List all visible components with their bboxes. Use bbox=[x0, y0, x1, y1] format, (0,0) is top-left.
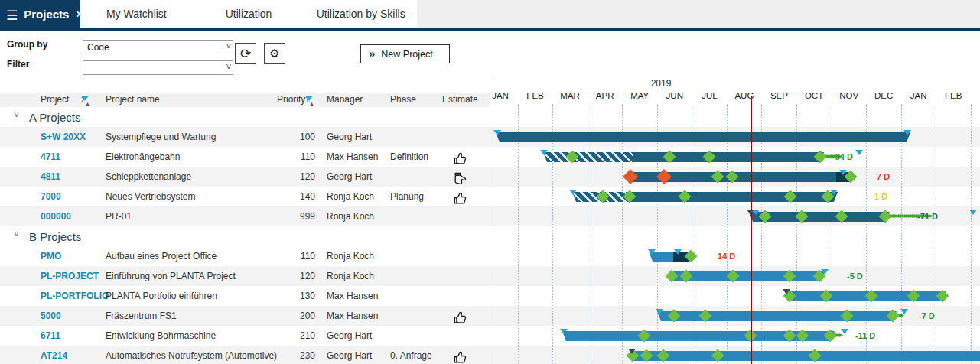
close-tab-icon[interactable]: ✕ bbox=[75, 8, 83, 23]
project-name: Einführung von PLANTA Project bbox=[106, 271, 236, 281]
schedule-delta-label: -34 D bbox=[832, 152, 853, 161]
new-project-button[interactable]: » New Project bbox=[360, 44, 450, 63]
group-label: A Projects bbox=[29, 111, 81, 124]
thumbs-up-icon[interactable] bbox=[453, 191, 467, 206]
manager-name: Ronja Koch bbox=[327, 191, 374, 202]
priority-value: 120 bbox=[260, 171, 315, 182]
table-row[interactable]: 6711Entwicklung Bohrmaschine210Georg Har… bbox=[0, 326, 490, 346]
group-row[interactable]: ˅A Projects bbox=[0, 107, 490, 127]
table-row[interactable]: PMOAufbau eines Project Office110Ronja K… bbox=[0, 246, 490, 266]
project-code-link[interactable]: 4811 bbox=[41, 171, 60, 182]
thumbs-up-icon[interactable] bbox=[453, 350, 467, 364]
date-marker-triangle[interactable] bbox=[821, 269, 829, 275]
col-phase[interactable]: Phase bbox=[390, 94, 416, 105]
group-row[interactable]: ˅B Projects bbox=[0, 226, 490, 246]
gantt-bar[interactable] bbox=[630, 351, 980, 361]
refresh-button[interactable]: ⟳ bbox=[235, 43, 256, 64]
settings-button[interactable]: ⚙ bbox=[264, 43, 285, 64]
project-code-link[interactable]: PMO bbox=[41, 251, 61, 262]
scheduled-end-triangle[interactable] bbox=[855, 150, 863, 155]
date-marker-triangle[interactable] bbox=[839, 170, 847, 175]
date-marker-triangle[interactable] bbox=[540, 150, 548, 155]
col-priority[interactable]: Priority bbox=[277, 94, 305, 105]
gantt-bar[interactable] bbox=[669, 271, 825, 281]
table-row[interactable]: 000000PR-01999Ronja Koch bbox=[0, 206, 490, 226]
project-code-link[interactable]: 6711 bbox=[41, 330, 60, 341]
group-by-value: Code bbox=[87, 42, 109, 53]
month-label: NOV bbox=[832, 91, 867, 100]
table-row[interactable]: S+W 20XXSystempflege und Wartung100Georg… bbox=[0, 127, 490, 147]
project-name: PLANTA Portfolio einführen bbox=[106, 291, 217, 301]
filter-select[interactable]: ˅ bbox=[83, 60, 233, 75]
table-row[interactable]: 4711Elektrohängebahn110Max HansenDefinit… bbox=[0, 147, 490, 167]
table-row[interactable]: PL-PROJECTEinführung von PLANTA Project1… bbox=[0, 266, 490, 286]
project-code-link[interactable]: 000000 bbox=[41, 211, 71, 222]
scheduled-end-triangle[interactable] bbox=[841, 329, 848, 334]
tab-utilization-by-skills[interactable]: Utilization by Skills bbox=[304, 0, 417, 28]
date-marker-triangle[interactable] bbox=[648, 249, 656, 255]
priority-value: 130 bbox=[260, 291, 315, 301]
gantt-bar[interactable] bbox=[496, 132, 910, 142]
project-code-link[interactable]: 4711 bbox=[41, 151, 60, 162]
project-code-link[interactable]: PL-PORTFOLIO bbox=[41, 291, 109, 301]
month-gridline bbox=[622, 104, 623, 364]
thumbs-up-icon[interactable] bbox=[453, 151, 467, 166]
month-label: MAY bbox=[622, 91, 657, 100]
tab-projects[interactable]: ☰ Projects ✕ bbox=[0, 0, 80, 31]
priority-value: 200 bbox=[260, 310, 315, 321]
planned-hatch-segment bbox=[543, 152, 633, 162]
project-code-link[interactable]: 7000 bbox=[41, 191, 61, 202]
date-marker-triangle[interactable] bbox=[674, 249, 682, 255]
month-gridline bbox=[866, 104, 867, 364]
gantt-bar[interactable] bbox=[572, 192, 838, 202]
main-content: Project 2▲ Project name Priority 1▲ Mana… bbox=[0, 76, 980, 364]
baseline-marker-triangle bbox=[783, 289, 790, 294]
col-project-name[interactable]: Project name bbox=[106, 94, 160, 105]
scheduled-end-triangle[interactable] bbox=[900, 309, 908, 314]
project-code-link[interactable]: PL-PROJECT bbox=[41, 271, 99, 281]
date-marker-triangle[interactable] bbox=[903, 130, 911, 135]
gantt-bar[interactable] bbox=[543, 152, 824, 162]
gear-icon: ⚙ bbox=[269, 47, 279, 60]
date-marker-triangle[interactable] bbox=[560, 329, 568, 334]
baseline-marker-triangle bbox=[628, 349, 636, 354]
gantt-bar[interactable] bbox=[657, 311, 897, 321]
project-code-link[interactable]: S+W 20XX bbox=[41, 132, 86, 142]
priority-value: 110 bbox=[260, 151, 315, 162]
tab-utilization[interactable]: Utilization bbox=[193, 0, 305, 28]
manager-name: Ronja Koch bbox=[327, 211, 374, 222]
date-marker-triangle[interactable] bbox=[569, 190, 577, 195]
col-project[interactable]: Project bbox=[41, 94, 69, 105]
period-end-line bbox=[907, 96, 907, 364]
timeline-year-label: 2019 bbox=[490, 78, 832, 89]
table-row[interactable]: AT214Automatisches Notrufsystem (Automot… bbox=[0, 346, 490, 364]
hamburger-menu-icon[interactable]: ☰ bbox=[6, 9, 18, 22]
manager-name: Max Hansen bbox=[327, 151, 378, 162]
date-marker-triangle[interactable] bbox=[493, 130, 501, 135]
date-marker-triangle[interactable] bbox=[830, 190, 838, 195]
month-label: AUG bbox=[727, 91, 762, 100]
col-estimate[interactable]: Estimate bbox=[442, 94, 478, 105]
table-row[interactable]: PL-PORTFOLIOPLANTA Portfolio einführen13… bbox=[0, 286, 490, 306]
chevron-down-icon[interactable]: ˅ bbox=[14, 229, 19, 240]
month-gridline bbox=[971, 104, 972, 364]
manager-name: Georg Hart bbox=[327, 350, 372, 361]
thumbs-neutral-icon[interactable] bbox=[453, 171, 467, 186]
project-code-link[interactable]: AT214 bbox=[41, 350, 67, 361]
project-code-link[interactable]: 5000 bbox=[41, 310, 61, 321]
chevron-down-icon[interactable]: ˅ bbox=[14, 110, 19, 121]
month-label: JUL bbox=[692, 91, 727, 100]
col-manager[interactable]: Manager bbox=[327, 94, 363, 105]
month-gridline bbox=[832, 104, 832, 364]
group-by-select[interactable]: Code ˅ bbox=[83, 40, 233, 54]
table-row[interactable]: 4811Schleppkettenanlage120Georg Hart bbox=[0, 167, 490, 187]
scheduled-end-triangle[interactable] bbox=[969, 210, 977, 215]
tab-my-watchlist[interactable]: My Watchlist bbox=[80, 0, 193, 28]
project-name: Entwicklung Bohrmaschine bbox=[106, 330, 216, 341]
table-row[interactable]: 5000Fräszentrum FS1200Max Hansen bbox=[0, 306, 490, 326]
table-row[interactable]: 7000Neues Vertriebsystem140Ronja KochPla… bbox=[0, 187, 490, 206]
tab-strip: My WatchlistUtilizationUtilization by Sk… bbox=[80, 0, 417, 28]
date-marker-triangle[interactable] bbox=[656, 309, 663, 314]
priority-value: 110 bbox=[260, 251, 315, 262]
thumbs-up-icon[interactable] bbox=[453, 310, 467, 325]
